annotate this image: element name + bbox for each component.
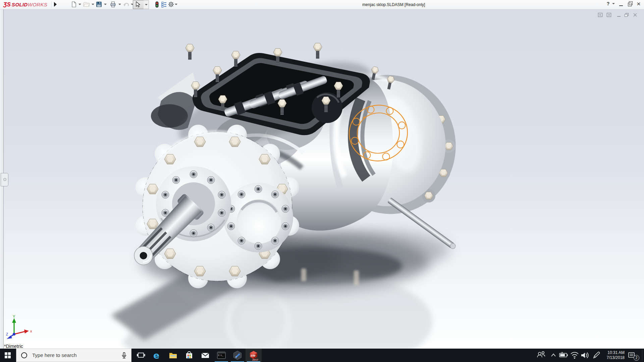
right-bearing-flange[interactable] — [223, 183, 293, 252]
open-document-button[interactable] — [83, 1, 90, 8]
select-tool-button[interactable] — [133, 0, 144, 9]
save-dropdown[interactable] — [104, 4, 107, 5]
taskbar-clock[interactable]: 10:31 AM 7/13/2018 — [602, 350, 625, 360]
view-orientation-label: *Dimetric — [4, 344, 23, 349]
show-desktop-divider[interactable] — [642, 350, 642, 361]
hexagon-utility-icon[interactable] — [229, 349, 246, 362]
menu-flyout-arrow[interactable] — [54, 2, 57, 7]
titlebar: ƷSSOLIDWORKS menjac sklop.SLDASM [Read-o… — [0, 0, 644, 9]
hidden-icons-chevron[interactable] — [549, 349, 557, 362]
traffic-light-icon[interactable] — [154, 1, 160, 8]
axis-x-label: x — [30, 329, 32, 333]
microphone-icon[interactable] — [121, 352, 127, 359]
gearbox-model-viewport[interactable] — [0, 9, 644, 349]
start-button[interactable] — [0, 349, 16, 362]
microsoft-edge-icon[interactable]: e — [149, 349, 165, 362]
cortana-circle-icon — [21, 352, 27, 358]
microsoft-store-icon[interactable] — [181, 349, 197, 362]
windows-ink-pen-icon[interactable] — [591, 349, 601, 362]
help-dropdown[interactable] — [612, 3, 615, 4]
windows-taskbar: Type here to search e C:\_ SW2017 — [0, 349, 644, 362]
print-button[interactable] — [110, 1, 116, 8]
windows-logo-icon — [5, 352, 11, 358]
svg-text:SW: SW — [251, 354, 256, 357]
svg-text:C:\_: C:\_ — [218, 354, 224, 357]
task-view-button[interactable] — [133, 349, 149, 362]
command-prompt-icon[interactable]: C:\_ — [213, 349, 229, 362]
splitter-dot-icon — [3, 178, 6, 181]
undo-button[interactable] — [122, 1, 129, 8]
new-document-dropdown[interactable] — [78, 4, 81, 5]
options-list-icon[interactable] — [161, 1, 167, 8]
close-button[interactable]: ✕ — [636, 1, 641, 8]
open-dropdown[interactable] — [92, 4, 94, 5]
notification-badge: 2 — [634, 355, 639, 361]
expand-right-pane-button[interactable] — [606, 12, 612, 19]
panel-splitter-tab[interactable] — [1, 173, 8, 186]
svg-text:e: e — [153, 350, 159, 360]
select-tool-dropdown[interactable] — [144, 0, 149, 9]
expand-left-pane-button[interactable] — [598, 12, 603, 19]
axis-y-label: Y — [13, 315, 15, 318]
volume-icon[interactable] — [580, 349, 590, 362]
doc-close-button[interactable] — [633, 12, 638, 19]
help-button[interactable]: ? — [605, 1, 611, 8]
clock-date: 7/13/2018 — [602, 355, 625, 360]
file-explorer-icon[interactable] — [165, 349, 181, 362]
doc-minimize-button[interactable] — [616, 12, 621, 19]
settings-gear-icon[interactable] — [168, 1, 174, 8]
solidworks-logo: ƷSSOLIDWORKS — [3, 1, 47, 8]
restore-button[interactable] — [628, 3, 632, 6]
document-title: menjac sklop.SLDASM [Read-only] — [362, 2, 425, 7]
search-placeholder: Type here to search — [32, 349, 77, 362]
ds-logo-glyph: ƷS — [3, 1, 11, 8]
axis-z-label: Z — [6, 333, 8, 336]
doc-restore-button[interactable] — [624, 12, 629, 19]
solidworks-2017-icon[interactable]: SW2017 — [246, 349, 262, 362]
clock-time: 10:31 AM — [602, 350, 625, 355]
print-dropdown[interactable] — [118, 4, 121, 5]
settings-dropdown[interactable] — [175, 4, 177, 5]
graphics-area: Y x Z *Dimetric — [0, 9, 644, 349]
taskbar-search[interactable]: Type here to search — [16, 349, 131, 362]
wifi-icon[interactable] — [570, 349, 580, 362]
battery-icon[interactable] — [558, 349, 569, 362]
people-icon[interactable] — [535, 349, 547, 362]
mail-icon[interactable] — [197, 349, 213, 362]
orientation-triad: Y x Z — [5, 315, 36, 339]
toolbar-separator — [51, 1, 52, 8]
minimize-button[interactable] — [619, 5, 623, 6]
new-document-button[interactable] — [70, 1, 77, 8]
save-button[interactable] — [96, 1, 102, 8]
